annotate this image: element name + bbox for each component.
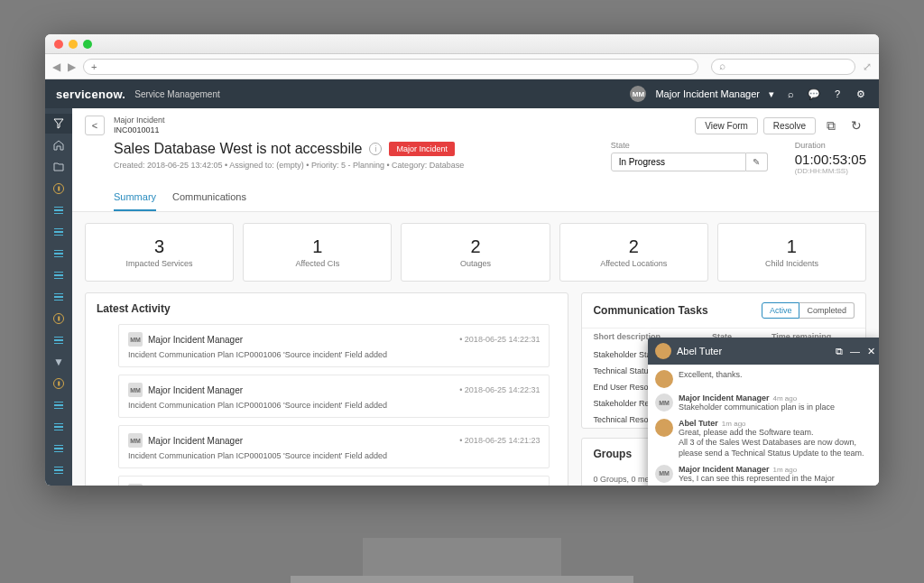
page-title: Sales Database West is not accessbile i …	[114, 141, 464, 157]
browser-toolbar: ◀ ▶ ⤢	[45, 54, 879, 79]
sidebar-item-bars-5[interactable]	[45, 222, 72, 242]
chat-msg-avatar: MM	[655, 393, 673, 412]
help-icon[interactable]: ?	[830, 87, 845, 101]
duration-format: (DD:HH:MM:SS)	[795, 167, 866, 175]
forward-icon[interactable]: ▶	[68, 60, 76, 73]
minimize-icon[interactable]	[69, 40, 78, 49]
stat-label: Child Incidents	[722, 259, 862, 268]
sidebar-item-filter-0[interactable]	[45, 114, 72, 134]
filter-active[interactable]: Active	[762, 302, 800, 319]
logo: servicenow.	[56, 88, 125, 101]
duration-value: 01:00:53:05	[795, 152, 866, 167]
stat-card[interactable]: 2Affected Locations	[559, 223, 708, 282]
app-topbar: servicenow. Service Management MM Major …	[45, 79, 879, 108]
sidebar-item-bars-16[interactable]	[45, 460, 72, 480]
browser-search[interactable]	[711, 59, 855, 75]
user-name[interactable]: Major Incident Manager	[655, 88, 760, 99]
chat-msg-avatar	[655, 419, 673, 437]
sidebar-item-bars-4[interactable]	[45, 200, 72, 220]
activity-item[interactable]: MMMajor Incident Manager2018-06-25 14:22…	[118, 324, 550, 367]
activity-avatar: MM	[128, 383, 143, 397]
sidebar-item-bars-14[interactable]	[45, 417, 72, 437]
chat-name: Abel Tuter	[677, 346, 722, 356]
view-form-button[interactable]: View Form	[695, 117, 758, 134]
info-icon[interactable]: i	[369, 143, 382, 155]
filter-completed[interactable]: Completed	[799, 302, 855, 319]
groups-title: Groups	[593, 448, 632, 460]
back-icon[interactable]: ◀	[52, 60, 60, 73]
activity-time: 2018-06-25 14:22:31	[459, 335, 540, 344]
stat-card[interactable]: 1Child Incidents	[717, 223, 866, 282]
refresh-icon[interactable]: ↻	[846, 116, 866, 135]
gear-icon[interactable]: ⚙	[854, 87, 868, 101]
sidebar-item-bars-7[interactable]	[45, 265, 72, 285]
state-input[interactable]	[611, 153, 746, 171]
back-button[interactable]: <	[85, 116, 105, 135]
tabs: SummaryCommunications	[85, 184, 866, 211]
close-icon[interactable]	[54, 40, 63, 49]
chat-msg-time: 1m ago	[722, 420, 746, 428]
chat-msg-author: Abel Tuter	[679, 419, 718, 428]
activity-item[interactable]: MMMajor Incident Manager2018-06-25 14:22…	[118, 375, 550, 418]
chat-window[interactable]: Abel Tuter ⧉ — ✕ Excellent, thanks.MMMaj…	[648, 338, 879, 486]
user-caret-icon[interactable]: ▾	[769, 88, 774, 100]
user-avatar[interactable]: MM	[630, 86, 646, 102]
chat-icon[interactable]: 💬	[807, 87, 821, 101]
stat-label: Outages	[405, 259, 545, 268]
chat-msg-avatar: MM	[655, 465, 673, 483]
breadcrumb-id: INC0010011	[114, 125, 165, 135]
tab-communications[interactable]: Communications	[172, 184, 246, 211]
copy-icon[interactable]: ⧉	[821, 116, 841, 135]
activity-author: Major Incident Manager	[148, 385, 243, 395]
edit-state-icon[interactable]: ✎	[746, 153, 768, 171]
activity-body: Incident Communication Plan ICP0001006 '…	[128, 350, 540, 359]
sidebar-item-bars-15[interactable]	[45, 439, 72, 458]
activity-avatar: MM	[128, 332, 143, 347]
latest-activity-panel: Latest Activity MMMajor Incident Manager…	[85, 292, 568, 486]
stat-card[interactable]: 1Affected CIs	[243, 223, 392, 282]
chat-header[interactable]: Abel Tuter ⧉ — ✕	[648, 338, 879, 365]
app-name: Service Management	[134, 89, 220, 99]
breadcrumb: Major Incident INC0010011	[114, 116, 165, 135]
chat-message: Abel Tuter1m agoGreat, please add the So…	[655, 419, 875, 459]
stat-label: Affected CIs	[247, 259, 387, 268]
chat-msg-author: Major Incident Manager	[679, 393, 770, 403]
latest-activity-title: Latest Activity	[97, 302, 171, 315]
sidebar-item-caret-11[interactable]: ▼	[45, 352, 72, 372]
sidebar-item-bars-6[interactable]	[45, 244, 72, 264]
sidebar-item-bars-17[interactable]	[45, 482, 72, 486]
stat-card[interactable]: 3Impacted Services	[85, 223, 234, 282]
window-titlebar	[45, 34, 879, 54]
resolve-button[interactable]: Resolve	[763, 117, 816, 134]
major-incident-badge: Major Incident	[389, 142, 455, 156]
left-nav: ▼	[45, 108, 72, 486]
activity-item[interactable]: MMMajor Incident Manager2018-06-25 14:21…	[118, 425, 550, 468]
sidebar-item-bars-10[interactable]	[45, 330, 72, 350]
sidebar-item-info-3[interactable]	[45, 179, 72, 199]
sidebar-item-info-12[interactable]	[45, 374, 72, 393]
maximize-icon[interactable]	[83, 40, 92, 49]
chat-minimize-icon[interactable]: —	[850, 346, 860, 357]
stat-number: 3	[89, 236, 229, 257]
stat-number: 2	[564, 236, 704, 257]
fullscreen-icon[interactable]: ⤢	[863, 60, 872, 73]
address-bar[interactable]	[83, 59, 698, 75]
sidebar-item-bars-13[interactable]	[45, 395, 72, 415]
chat-popout-icon[interactable]: ⧉	[836, 346, 843, 357]
duration-label: Duration	[795, 141, 866, 150]
search-icon[interactable]: ⌕	[783, 87, 798, 101]
tab-summary[interactable]: Summary	[114, 184, 156, 211]
stat-card[interactable]: 2Outages	[401, 223, 550, 282]
sidebar-item-bars-8[interactable]	[45, 287, 72, 307]
chat-close-icon[interactable]: ✕	[867, 346, 875, 357]
activity-time: 2018-06-25 14:21:23	[459, 436, 540, 445]
chat-msg-body: Yes, I can see this represented in the M…	[679, 474, 835, 483]
sidebar-item-info-9[interactable]	[45, 309, 72, 329]
record-header: < Major Incident INC0010011 View Form Re…	[72, 108, 879, 212]
monitor-base	[291, 576, 633, 583]
stat-label: Impacted Services	[89, 259, 229, 268]
sidebar-item-folder-2[interactable]	[45, 157, 72, 177]
sidebar-item-home-1[interactable]	[45, 135, 72, 155]
activity-item[interactable]: MMMajor Incident Manager2018-06-25 14:21…	[118, 476, 550, 486]
app-window: ◀ ▶ ⤢ servicenow. Service Management MM …	[45, 34, 879, 486]
